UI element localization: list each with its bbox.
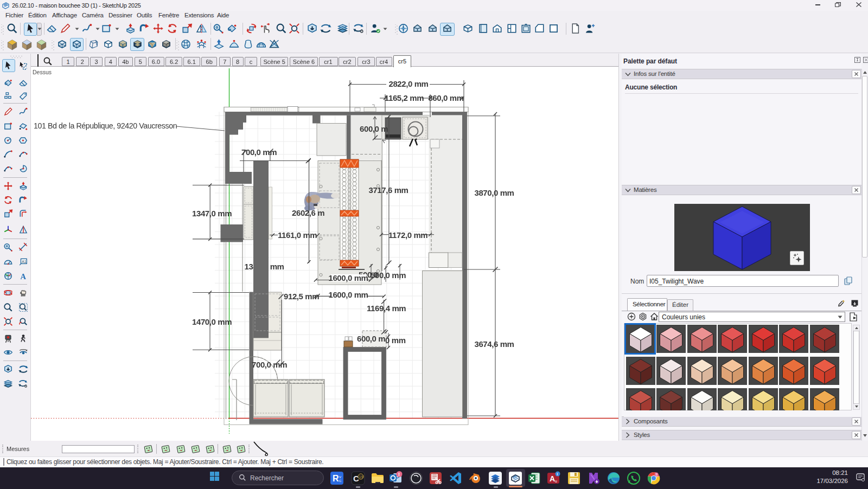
svg-text:1347,0 mm: 1347,0 mm <box>192 209 232 218</box>
svg-text:V: V <box>339 475 341 479</box>
svg-text:C: C <box>339 479 342 482</box>
svg-text:i: i <box>557 472 558 476</box>
svg-text:1470,0 mm: 1470,0 mm <box>192 317 232 326</box>
svg-text:700,0 mm: 700,0 mm <box>241 147 277 157</box>
svg-text:19: 19 <box>359 475 363 479</box>
svg-text:1600,0 mm: 1600,0 mm <box>328 290 368 299</box>
svg-text:u: u <box>555 479 557 483</box>
svg-text:3870,0 mm: 3870,0 mm <box>474 188 514 197</box>
svg-text:912,5 mm: 912,5 mm <box>284 292 319 301</box>
svg-text:600,0 m: 600,0 m <box>357 334 385 343</box>
svg-text:A: A <box>550 474 555 483</box>
svg-text:!: ! <box>398 472 400 477</box>
svg-text:2602,6 m: 2602,6 m <box>292 208 324 217</box>
svg-text:1165,2 mm: 1165,2 mm <box>385 93 424 102</box>
svg-text:1172,0 mm: 1172,0 mm <box>388 230 427 240</box>
svg-text:R: R <box>333 474 339 483</box>
svg-text:3674,6 mm: 3674,6 mm <box>474 339 514 349</box>
svg-text:1600,0 mm: 1600,0 mm <box>328 273 368 282</box>
svg-text:860,0 mm: 860,0 mm <box>428 93 463 102</box>
svg-text:500,0 mm: 500,0 mm <box>371 271 406 280</box>
svg-text:1169,4 mm: 1169,4 mm <box>367 304 406 313</box>
svg-text:600,0 m: 600,0 m <box>360 124 388 133</box>
svg-text:2822,0 mm: 2822,0 mm <box>388 79 428 88</box>
svg-text:1161,0 mm: 1161,0 mm <box>278 230 317 240</box>
svg-text:0 mm: 0 mm <box>385 336 406 345</box>
svg-text:700,0 mm: 700,0 mm <box>252 360 287 369</box>
svg-text:3717,6 mm: 3717,6 mm <box>368 185 408 195</box>
svg-text:101 Bd de la République, 92420: 101 Bd de la République, 92420 Vaucresso… <box>34 121 177 130</box>
